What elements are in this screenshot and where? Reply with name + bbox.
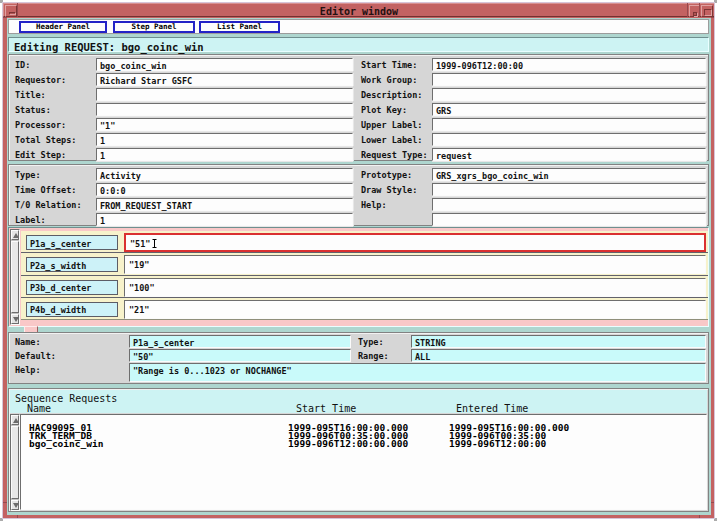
parameter-value-text: "100"	[129, 283, 155, 293]
field-label: Start Time:	[361, 60, 417, 70]
scroll-down-button[interactable]	[11, 500, 19, 510]
name-value: P1a_s_center	[133, 338, 194, 348]
parameter-value-field[interactable]: "100"	[124, 278, 706, 297]
parameter-name-button[interactable]: P3b_d_center	[26, 280, 118, 295]
text-field[interactable]: 1999-096T12:00:00	[432, 58, 706, 71]
parameter-name-button[interactable]: P4b_d_width	[26, 302, 118, 317]
sequence-scrollbar[interactable]	[10, 414, 20, 511]
step-panel-button[interactable]: Step Panel	[113, 21, 195, 33]
parameter-value-text: "51"	[130, 239, 150, 249]
range-label: Range:	[358, 351, 389, 361]
text-field[interactable]: GRS	[432, 103, 706, 116]
form-row: Work Group:	[9, 72, 708, 87]
list-panel-button[interactable]: List Panel	[199, 21, 280, 33]
parameter-value: "19"	[129, 260, 149, 270]
frame-joint	[17, 3, 18, 17]
parameter-row: P1a_s_center "51"	[21, 231, 708, 253]
arrow-up-icon	[13, 418, 19, 423]
text-field[interactable]	[432, 73, 706, 86]
sequence-name: bgo_coinc_win	[29, 440, 103, 448]
scroll-down-button[interactable]	[11, 314, 19, 324]
text-field[interactable]: request	[432, 148, 706, 161]
field-label: Prototype:	[361, 170, 412, 180]
name-field[interactable]: P1a_s_center	[129, 335, 351, 348]
column-header-entered-time: Entered Time	[456, 403, 528, 414]
scrollbar-thumb[interactable]	[11, 241, 19, 313]
default-field[interactable]: "50"	[129, 349, 351, 362]
form-row: Prototype: GRS_xgrs_bgo_coinc_win	[9, 167, 708, 182]
parameter-name: P2a_s_width	[30, 261, 86, 271]
parameter-value: "100"	[129, 283, 155, 293]
text-field[interactable]	[432, 133, 706, 146]
form-row: Draw Style:	[9, 182, 708, 197]
sequence-row[interactable]: bgo_coinc_win 1999-096T12:00:00.000 1999…	[21, 440, 706, 448]
arrow-down-icon	[13, 503, 19, 508]
sequence-rows: HAC99095_01 1999-095T16:00:00.000 1999-0…	[21, 424, 706, 448]
maximize-button[interactable]	[701, 5, 713, 17]
field-value: GRS	[436, 106, 451, 116]
text-field[interactable]	[432, 88, 706, 101]
help-label: Help:	[15, 365, 41, 375]
parameter-name-button[interactable]: P2a_s_width	[26, 257, 118, 272]
scroll-up-button[interactable]	[11, 230, 19, 240]
default-value: "50"	[133, 352, 153, 362]
parameter-rows: P1a_s_center "51" P2a_s_width "19"	[21, 231, 708, 320]
form-row: Start Time: 1999-096T12:00:00	[9, 57, 708, 72]
field-label: Help:	[361, 200, 387, 210]
field-label: Plot Key:	[361, 105, 407, 115]
field-value: GRS_xgrs_bgo_coinc_win	[436, 171, 549, 181]
parameter-info-panel: Name: P1a_s_center Default: "50" Help: "…	[8, 332, 709, 384]
frame-joint	[3, 502, 7, 503]
status-bar: Editing REQUEST: bgo_coinc_win	[8, 37, 709, 52]
scroll-up-button[interactable]	[11, 415, 19, 425]
parameter-name: P1a_s_center	[30, 239, 91, 249]
field-label: Draw Style:	[361, 185, 417, 195]
help-field[interactable]: "Range is 0...1023 or NOCHANGE"	[129, 363, 706, 382]
text-field[interactable]	[432, 213, 706, 226]
text-field[interactable]: GRS_xgrs_bgo_coinc_win	[432, 168, 706, 181]
arrow-up-icon	[13, 233, 19, 238]
parameter-name-button[interactable]: P1a_s_center	[26, 235, 118, 250]
arrow-down-icon	[13, 317, 19, 322]
panel-button-bar: Header Panel Step Panel List Panel	[8, 19, 709, 34]
title-bar[interactable]: Editor window	[3, 3, 714, 17]
column-header-start-time: Start Time	[296, 403, 356, 414]
parameter-viewport: P1a_s_center "51" P2a_s_width "19"	[21, 231, 708, 325]
frame-joint	[687, 3, 688, 17]
frame-joint	[711, 17, 714, 18]
parameter-value-text: "21"	[129, 305, 149, 315]
text-field[interactable]	[432, 183, 706, 196]
range-field[interactable]: ALL	[411, 349, 706, 362]
column-header-name: Name	[27, 403, 51, 414]
form-row: Upper Label:	[9, 117, 708, 132]
field-label: Description:	[361, 90, 422, 100]
parameter-value-field[interactable]: "21"	[124, 300, 706, 319]
parameter-row: P4b_d_width "21"	[21, 298, 708, 320]
form-row: Lower Label:	[9, 132, 708, 147]
field-label: Upper Label:	[361, 120, 422, 130]
form-row: Description:	[9, 87, 708, 102]
parameter-value: "21"	[129, 305, 149, 315]
parameter-value-field[interactable]: "19"	[124, 255, 706, 274]
type-field[interactable]: STRING	[411, 335, 706, 348]
frame-joint	[3, 17, 7, 18]
sequence-entered-time: 1999-096T12:00:00	[449, 440, 546, 448]
text-field[interactable]	[432, 118, 706, 131]
sequence-header: Sequence Requests Name Start Time Entere…	[10, 390, 707, 413]
scrollbar-thumb[interactable]	[11, 426, 19, 499]
parameter-name: P4b_d_width	[30, 305, 86, 315]
parameter-scrollbar[interactable]	[10, 229, 20, 325]
header-panel-right-column: Start Time: 1999-096T12:00:00 Work Group…	[9, 57, 708, 162]
maximize-icon	[704, 9, 712, 16]
frame-joint	[699, 515, 700, 518]
field-value: 1999-096T12:00:00	[436, 61, 523, 71]
header-panel-button[interactable]: Header Panel	[19, 21, 107, 33]
editor-window: Editor window Header Panel Step Panel Li…	[2, 2, 715, 519]
field-value: request	[436, 151, 472, 161]
frame-joint	[17, 515, 18, 518]
help-value: "Range is 0...1023 or NOCHANGE"	[133, 366, 292, 376]
parameter-value-field[interactable]: "51"	[124, 233, 706, 252]
sequence-start-time: 1999-096T12:00:00.000	[288, 440, 408, 448]
text-field[interactable]	[432, 198, 706, 211]
status-text: Editing REQUEST: bgo_coinc_win	[14, 41, 204, 53]
